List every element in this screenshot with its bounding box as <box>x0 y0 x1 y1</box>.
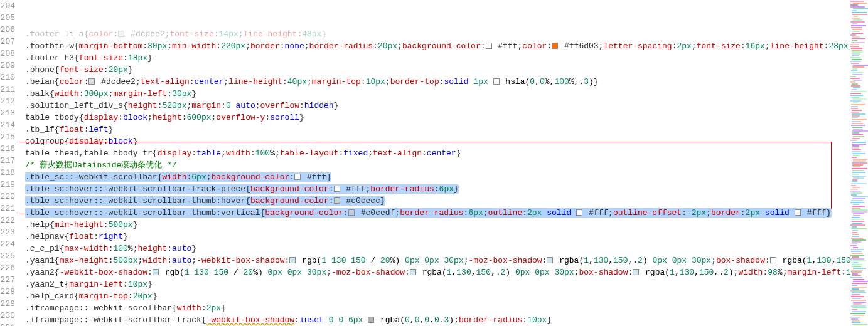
code-line[interactable]: .tble_sc:hover::-webkit-scrollbar-thumb:… <box>25 207 850 219</box>
code-line[interactable]: .tble_sc:hover::-webkit-scrollbar-thumb:… <box>25 195 850 207</box>
line-number: 227 <box>0 274 15 286</box>
code-line[interactable]: .yaan2_t{margin-left:10px} <box>25 278 850 290</box>
code-line[interactable]: .helpnav{float:right} <box>25 231 850 243</box>
code-line[interactable]: .iframepage::-webkit-scrollbar-track{-we… <box>25 314 850 326</box>
line-number: 206 <box>0 24 15 36</box>
line-number: 230 <box>0 310 15 322</box>
code-line[interactable]: .phone{font-size:20px} <box>25 64 850 76</box>
line-number: 218 <box>0 167 15 179</box>
line-number: 231 <box>0 322 15 326</box>
line-number: 220 <box>0 191 15 202</box>
line-number: 212 <box>0 95 15 107</box>
code-line[interactable]: .beian{color: #dcdee2;text-align:center;… <box>25 76 850 88</box>
line-number: 205 <box>0 12 15 24</box>
code-line[interactable]: .help_card{margin-top:20px} <box>25 290 850 302</box>
line-number: 224 <box>0 238 15 250</box>
line-number: 225 <box>0 250 15 262</box>
line-number: 221 <box>0 202 15 214</box>
line-number: 210 <box>0 71 15 83</box>
code-area[interactable]: .footer li a{color: #dcdee2;font-size:14… <box>19 0 850 326</box>
line-gutter: 2042052062072082092102112122132142152162… <box>0 0 19 326</box>
code-line[interactable]: .solution_left_div_s{height:520px;margin… <box>25 100 850 112</box>
code-line[interactable]: colgroup{display:block} <box>25 135 850 147</box>
code-line[interactable]: .tb_lf{float:left} <box>25 124 850 135</box>
code-line[interactable]: table thead,table tbody tr{display:table… <box>25 147 850 159</box>
code-line[interactable]: .footer h3{font-size:18px} <box>25 52 850 64</box>
line-number: 207 <box>0 36 15 48</box>
code-editor[interactable]: 2042052062072082092102112122132142152162… <box>0 0 868 326</box>
minimap[interactable] <box>850 0 868 326</box>
line-number: 204 <box>0 0 15 12</box>
code-line[interactable]: .tble_sc::-webkit-scrollbar{width:6px;ba… <box>25 171 850 183</box>
line-number: 228 <box>0 286 15 298</box>
code-line[interactable]: .c_c_p1{max-width:100%;height:auto} <box>25 243 850 255</box>
code-line[interactable]: /* 薪火数据Datainside滚动条优化 */ <box>25 159 850 171</box>
line-number: 222 <box>0 214 15 226</box>
line-number: 223 <box>0 226 15 238</box>
code-line[interactable]: .balk{width:300px;margin-left:30px} <box>25 88 850 100</box>
code-line[interactable]: .help{min-height:500px} <box>25 219 850 231</box>
line-number: 226 <box>0 262 15 274</box>
line-number: 217 <box>0 155 15 167</box>
code-line[interactable]: .tble_sc:hover::-webkit-scrollbar-track-… <box>25 183 850 195</box>
line-number: 213 <box>0 107 15 119</box>
code-line[interactable]: .yaan2{-webkit-box-shadow: rgb(1 130 150… <box>25 266 850 278</box>
line-number: 209 <box>0 60 15 71</box>
code-line[interactable]: .iframepage::-webkit-scrollbar{width:2px… <box>25 302 850 314</box>
line-number: 214 <box>0 119 15 131</box>
line-number: 208 <box>0 48 15 60</box>
code-line[interactable]: .footer li a{color: #dcdee2;font-size:14… <box>25 28 850 40</box>
line-number: 215 <box>0 131 15 143</box>
code-line[interactable]: .footbtn-w{margin-bottom:30px;min-width:… <box>25 40 850 52</box>
line-number: 211 <box>0 83 15 95</box>
line-number: 216 <box>0 143 15 155</box>
line-number: 219 <box>0 179 15 191</box>
code-line[interactable]: .yaan1{max-height:500px;width:auto;-webk… <box>25 255 850 266</box>
code-line[interactable]: table tbody{display:block;height:600px;o… <box>25 112 850 124</box>
line-number: 229 <box>0 298 15 310</box>
